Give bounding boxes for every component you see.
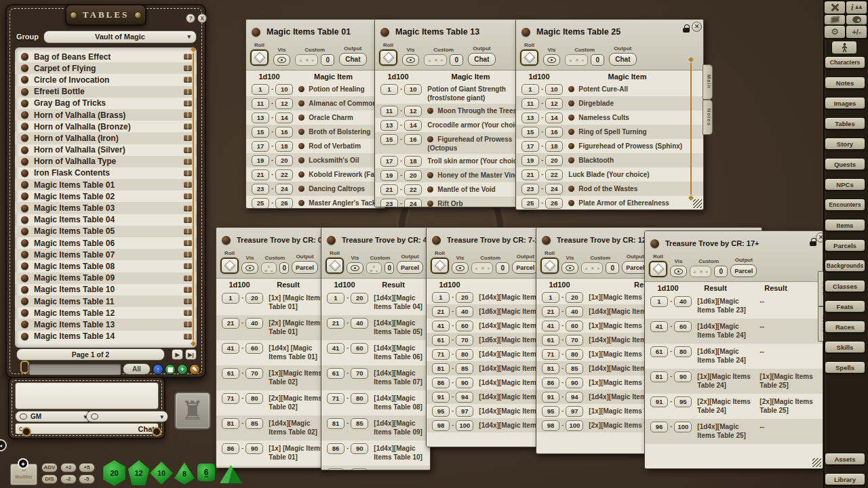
range-box[interactable]: 85 [456, 363, 473, 374]
output-button[interactable]: Chat [339, 53, 366, 66]
range-box[interactable]: 10 [545, 84, 563, 95]
book-icon[interactable] [184, 170, 192, 176]
custom-value-box[interactable]: 0 [321, 54, 334, 66]
table-name[interactable]: Magic Items Table 04 [34, 215, 184, 224]
list-item[interactable]: Magic Items Table 09 [15, 272, 197, 284]
result-text[interactable]: Luck Blade (Your choice) [568, 169, 703, 179]
table-name[interactable]: Magic Items Table 10 [34, 285, 184, 294]
book-icon[interactable] [184, 193, 192, 199]
table-name[interactable]: Horn of Valhalla (Iron) [34, 134, 184, 143]
range-box[interactable]: 61 [327, 368, 344, 379]
range-box[interactable]: 71 [222, 393, 239, 404]
result-text[interactable]: [1d4x][Magic Items Table 09] [374, 418, 430, 436]
visibility-button[interactable] [543, 54, 560, 66]
list-item[interactable]: Iron Flask Contents [15, 167, 197, 179]
range-box[interactable]: 100 [456, 420, 473, 431]
list-item[interactable]: Magic Items Table 13 [15, 319, 197, 330]
range-box[interactable]: 70 [456, 335, 473, 346]
book-icon[interactable] [184, 89, 192, 95]
range-box[interactable]: 1 [222, 293, 239, 304]
book-icon[interactable] [184, 182, 192, 188]
roll-button[interactable] [379, 49, 397, 66]
table-name[interactable]: Magic Items Table 06 [34, 239, 184, 248]
custom-value-box[interactable]: 0 [450, 54, 463, 66]
table-name[interactable]: Efreeti Bottle [34, 87, 184, 96]
range-box[interactable]: 11 [380, 106, 398, 117]
chat-entry-field[interactable]: c Chat [15, 423, 159, 434]
categories-button[interactable]: ▦ [165, 364, 176, 375]
range-box[interactable]: 19 [521, 155, 539, 166]
range-box[interactable]: 12 [404, 106, 422, 117]
range-box[interactable]: 1 [650, 296, 668, 307]
range-box[interactable]: 20 [245, 293, 263, 304]
range-box[interactable]: 21 [380, 184, 398, 195]
range-box[interactable]: 20 [404, 170, 422, 181]
result-text-2[interactable]: [1x][Magic Items Table 25] [760, 371, 816, 390]
range-box[interactable]: 22 [404, 184, 422, 195]
close-icon[interactable]: ✕ [692, 22, 702, 32]
roll-button[interactable] [326, 258, 344, 274]
range-box[interactable]: 86 [327, 443, 344, 454]
range-box[interactable]: 95 [674, 396, 692, 407]
d12-die[interactable]: 12 [127, 460, 151, 485]
book-icon[interactable] [184, 135, 192, 141]
range-box[interactable]: 95 [432, 406, 450, 417]
result-text[interactable]: Locksmith's Oil [298, 155, 385, 165]
range-box[interactable]: 70 [245, 368, 263, 379]
book-icon[interactable] [184, 65, 192, 71]
range-box[interactable]: 26 [275, 198, 293, 209]
result-text[interactable]: [1d4x][Magic Items Table 02] [269, 418, 325, 436]
range-box[interactable]: 41 [650, 321, 668, 332]
result-text[interactable]: Rod of the Wastes [568, 184, 703, 193]
book-icon[interactable] [184, 275, 192, 281]
roll-button[interactable] [431, 258, 449, 274]
output-button[interactable]: Chat [468, 53, 495, 66]
roll-button[interactable] [540, 258, 559, 274]
settings-button[interactable]: ⚙ [825, 26, 845, 38]
range-box[interactable]: 70 [351, 368, 368, 379]
sidebar-item-classes[interactable]: Classes [825, 280, 865, 292]
table-name[interactable]: Magic Items Table 01 [34, 180, 184, 190]
visibility-button[interactable] [347, 262, 363, 274]
book-icon[interactable] [184, 263, 192, 269]
table-name[interactable]: Horn of Valhalla Type [34, 157, 184, 166]
range-box[interactable]: 60 [245, 343, 263, 354]
range-box[interactable]: 12 [545, 98, 563, 109]
table-name[interactable]: Horn of Valhalla (Silver) [34, 145, 184, 155]
result-text-2[interactable]: -- [760, 296, 816, 306]
tab-notes[interactable]: Notes [703, 100, 713, 135]
range-box[interactable]: 80 [674, 346, 692, 357]
sidebar-item-assets[interactable]: Assets [825, 453, 865, 465]
range-box[interactable]: 86 [432, 378, 450, 388]
custom-value-box[interactable]: 0 [496, 262, 509, 274]
result-text[interactable]: [2x][Magic Items Table 02] [269, 393, 325, 411]
range-box[interactable]: 91 [542, 392, 559, 403]
range-box[interactable]: 20 [566, 292, 583, 303]
range-box[interactable]: 12 [275, 98, 293, 109]
book-icon[interactable] [184, 77, 192, 83]
book-icon[interactable] [184, 298, 192, 304]
custom-value-box[interactable]: 0 [714, 266, 728, 277]
range-box[interactable]: 11 [252, 98, 269, 109]
range-box[interactable]: 21 [432, 306, 450, 317]
custom-value-box[interactable]: 0 [384, 262, 393, 274]
list-item[interactable]: Horn of Valhalla (Bronze) [15, 121, 197, 132]
range-box[interactable]: 13 [380, 120, 398, 131]
list-item[interactable]: Magic Items Table 14 [15, 331, 197, 342]
resize-grip[interactable] [812, 458, 821, 467]
range-box[interactable]: 40 [245, 318, 263, 329]
range-box[interactable]: 16 [404, 134, 422, 145]
result-text[interactable]: [1d6x][Magic Items Table 23] [697, 296, 757, 314]
range-box[interactable]: 25 [252, 198, 269, 209]
range-box[interactable]: 40 [566, 306, 583, 317]
table-name[interactable]: Magic Items Table 03 [34, 203, 184, 213]
range-box[interactable]: 20 [275, 155, 293, 166]
sidebar-item-tables[interactable]: Tables [825, 117, 865, 129]
range-box[interactable]: 81 [432, 363, 450, 374]
range-box[interactable]: 60 [456, 321, 473, 331]
custom-shapes-button[interactable]: ▲ ■ ● [366, 262, 382, 274]
range-box[interactable]: 10 [404, 84, 422, 95]
roll-button[interactable] [649, 261, 667, 277]
roll-button[interactable] [250, 49, 269, 66]
range-box[interactable]: 71 [327, 393, 344, 404]
